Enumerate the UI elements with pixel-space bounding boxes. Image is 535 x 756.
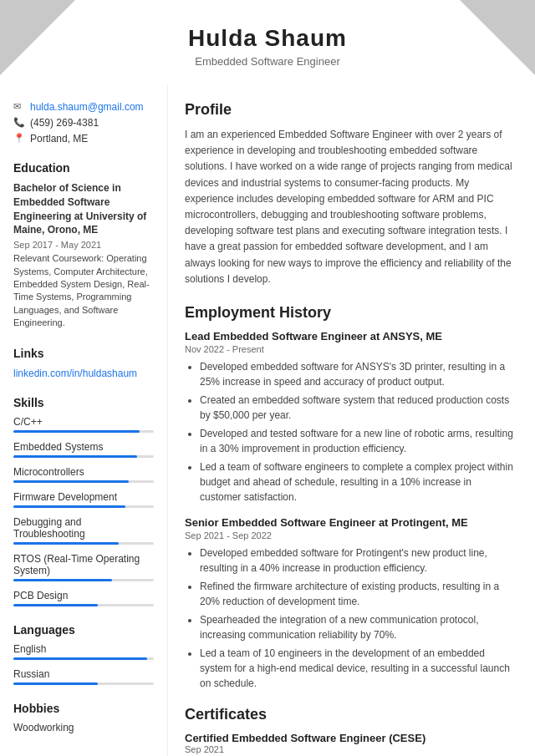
lang-name: Russian xyxy=(13,668,154,680)
languages-section: Languages English Russian xyxy=(13,623,154,685)
skill-name: Debugging and Troubleshooting xyxy=(13,516,154,540)
skill-item: Firmware Development xyxy=(13,491,154,508)
skill-bar-fill xyxy=(13,480,129,483)
location-contact: 📍 Portland, ME xyxy=(13,133,154,145)
certificates-section: Certificates Certified Embedded Software… xyxy=(185,706,515,756)
page-header: Hulda Shaum Embedded Software Engineer xyxy=(0,0,535,84)
profile-text: I am an experienced Embedded Software En… xyxy=(185,127,515,287)
job-bullet: Developed and tested software for a new … xyxy=(200,426,515,456)
cert-name: Certified Embedded Software Engineer (CE… xyxy=(185,732,515,744)
lang-bar-bg xyxy=(13,682,154,685)
coursework-label: Relevant Coursework: Operating Systems, … xyxy=(13,252,154,329)
skill-bar-bg xyxy=(13,430,154,433)
job-date: Sep 2021 - Sep 2022 xyxy=(185,530,515,540)
languages-label: Languages xyxy=(13,623,154,637)
job-title: Lead Embedded Software Engineer at ANSYS… xyxy=(185,330,515,342)
skill-name: C/C++ xyxy=(13,416,154,428)
phone-contact: 📞 (459) 269-4381 xyxy=(13,117,154,129)
profile-title: Profile xyxy=(185,101,515,119)
hobbies-section: Hobbies Woodworking xyxy=(13,702,154,733)
skill-item: C/C++ xyxy=(13,416,154,433)
skill-name: PCB Design xyxy=(13,590,154,601)
lang-bar-fill xyxy=(13,657,147,660)
email-link[interactable]: hulda.shaum@gmail.com xyxy=(30,101,144,113)
certs-list: Certified Embedded Software Engineer (CE… xyxy=(185,732,515,756)
job-bullets: Developed embedded software for ANSYS's … xyxy=(185,359,515,505)
employment-section: Employment History Lead Embedded Softwar… xyxy=(185,304,515,691)
skill-bar-fill xyxy=(13,604,98,606)
skill-item: Debugging and Troubleshooting xyxy=(13,516,154,545)
hobbies-label: Hobbies xyxy=(13,702,154,715)
skill-item: RTOS (Real-Time Operating System) xyxy=(13,553,154,581)
skill-item: PCB Design xyxy=(13,590,154,606)
job-bullet: Spearheaded the integration of a new com… xyxy=(200,612,515,642)
education-label: Education xyxy=(13,161,154,175)
links-section: Links linkedin.com/in/huldashaum xyxy=(13,347,154,379)
skill-bar-fill xyxy=(13,542,119,545)
lang-bar-fill xyxy=(13,682,98,685)
coursework-text: Operating Systems, Computer Architecture… xyxy=(13,253,150,327)
job-bullets: Developed embedded software for Protinge… xyxy=(185,545,515,691)
phone-number: (459) 269-4381 xyxy=(30,117,99,129)
job-title: Senior Embedded Software Engineer at Pro… xyxy=(185,516,515,529)
links-label: Links xyxy=(13,347,154,360)
job-entry: Lead Embedded Software Engineer at ANSYS… xyxy=(185,330,515,505)
languages-list: English Russian xyxy=(13,643,154,685)
skill-name: Microcontrollers xyxy=(13,466,154,478)
job-bullet: Created an embedded software system that… xyxy=(200,393,515,423)
job-date: Nov 2022 - Present xyxy=(185,344,515,354)
skill-name: RTOS (Real-Time Operating System) xyxy=(13,553,154,576)
candidate-title: Embedded Software Engineer xyxy=(17,55,518,68)
skill-item: Embedded Systems xyxy=(13,441,154,458)
language-item: English xyxy=(13,643,154,660)
job-bullet: Refined the firmware architecture of exi… xyxy=(200,579,515,609)
degree-text: Bachelor of Science in Embedded Software… xyxy=(13,181,154,237)
job-bullet: Led a team of software engineers to comp… xyxy=(200,459,515,505)
main-layout: ✉ hulda.shaum@gmail.com 📞 (459) 269-4381… xyxy=(0,84,535,756)
skill-bar-bg xyxy=(13,455,154,458)
location-text: Portland, ME xyxy=(30,133,88,145)
cert-item: Certified Embedded Software Engineer (CE… xyxy=(185,732,515,754)
job-bullet: Led a team of 10 engineers in the develo… xyxy=(200,646,515,691)
skill-bar-bg xyxy=(13,542,154,545)
certificates-title: Certificates xyxy=(185,706,515,723)
job-bullet: Developed embedded software for ANSYS's … xyxy=(200,359,515,389)
employment-title: Employment History xyxy=(185,304,515,322)
skill-item: Microcontrollers xyxy=(13,466,154,483)
skill-bar-fill xyxy=(13,455,137,458)
job-entry: Senior Embedded Software Engineer at Pro… xyxy=(185,516,515,691)
skills-list: C/C++ Embedded Systems Microcontrollers … xyxy=(13,416,154,606)
skill-bar-bg xyxy=(13,480,154,483)
phone-icon: 📞 xyxy=(13,117,25,128)
skills-section: Skills C/C++ Embedded Systems Microcontr… xyxy=(13,396,154,606)
main-content: Profile I am an experienced Embedded Sof… xyxy=(167,84,535,756)
skill-bar-bg xyxy=(13,505,154,508)
education-section: Education Bachelor of Science in Embedde… xyxy=(13,161,154,330)
skill-bar-fill xyxy=(13,505,125,508)
lang-name: English xyxy=(13,643,154,655)
job-bullet: Developed embedded software for Protinge… xyxy=(200,545,515,576)
hobbies-text: Woodworking xyxy=(13,722,154,733)
candidate-name: Hulda Shaum xyxy=(17,25,518,52)
skill-bar-bg xyxy=(13,604,154,606)
education-dates: Sep 2017 - May 2021 xyxy=(13,240,154,250)
lang-bar-bg xyxy=(13,657,154,660)
skill-bar-fill xyxy=(13,430,140,433)
linkedin-link[interactable]: linkedin.com/in/huldashaum xyxy=(13,368,137,379)
jobs-list: Lead Embedded Software Engineer at ANSYS… xyxy=(185,330,515,691)
skill-name: Firmware Development xyxy=(13,491,154,503)
sidebar: ✉ hulda.shaum@gmail.com 📞 (459) 269-4381… xyxy=(0,84,167,756)
skill-name: Embedded Systems xyxy=(13,441,154,453)
contact-section: ✉ hulda.shaum@gmail.com 📞 (459) 269-4381… xyxy=(13,101,154,145)
education-entry: Bachelor of Science in Embedded Software… xyxy=(13,181,154,330)
language-item: Russian xyxy=(13,668,154,685)
location-icon: 📍 xyxy=(13,133,25,144)
skill-bar-fill xyxy=(13,579,112,581)
cert-date: Sep 2021 xyxy=(185,744,515,754)
email-contact: ✉ hulda.shaum@gmail.com xyxy=(13,101,154,113)
skill-bar-bg xyxy=(13,579,154,581)
profile-section: Profile I am an experienced Embedded Sof… xyxy=(185,101,515,287)
email-icon: ✉ xyxy=(13,101,25,112)
skills-label: Skills xyxy=(13,396,154,409)
